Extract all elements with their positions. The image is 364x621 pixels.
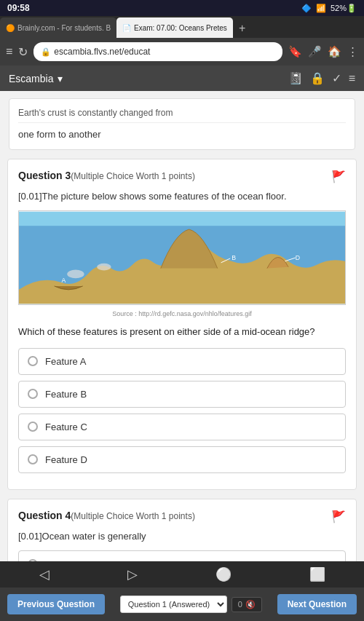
- status-icons: 🔷 📶 52%🔋: [301, 4, 357, 13]
- menu-icon[interactable]: ≡: [6, 45, 12, 58]
- radio-d[interactable]: [28, 454, 38, 464]
- browser-nav: ≡ ↻ 🔒 escambia.flvs.net/educat 🔖 🎤 🏠 ⋮: [0, 38, 364, 66]
- forward-icon[interactable]: ▷: [127, 566, 138, 582]
- svg-point-7: [67, 270, 84, 279]
- status-bar: 09:58 🔷 📶 52%🔋: [0, 0, 364, 16]
- option-b-label: Feature B: [45, 389, 87, 400]
- answer-icon: 🔇: [245, 600, 256, 609]
- radio-b[interactable]: [28, 389, 38, 399]
- tab-brainly-favicon: 🟠: [6, 24, 15, 32]
- more-icon[interactable]: ⋮: [347, 45, 358, 58]
- lock-icon: 🔒: [41, 47, 51, 57]
- back-icon[interactable]: ◁: [39, 566, 50, 582]
- check-icon[interactable]: ✓: [332, 71, 341, 85]
- add-tab-icon: +: [239, 22, 245, 35]
- question-3-card: Question 3(Multiple Choice Worth 1 point…: [7, 159, 357, 490]
- option-d[interactable]: Feature D: [18, 446, 346, 473]
- refresh-icon[interactable]: ↻: [18, 45, 28, 59]
- flag-icon-q3[interactable]: 🚩: [331, 170, 346, 183]
- option-c[interactable]: Feature C: [18, 414, 346, 440]
- bluetooth-icon: 🔷: [301, 4, 312, 13]
- option-a[interactable]: Feature A: [18, 348, 346, 375]
- svg-point-8: [97, 264, 111, 271]
- image-source: Source : http://rd.gefc.nasa.gov/nhlo/fe…: [18, 310, 346, 317]
- browser-tabs: 🟠 Brainly.com - For students. B ✕ 📄 Exam…: [0, 16, 364, 38]
- browser-bottom-bar: ◁ ▷ ⚪ ⬜: [0, 561, 364, 588]
- question-3-prompt: Which of these features is present on ei…: [18, 325, 346, 339]
- flag-icon-q4[interactable]: 🚩: [331, 510, 346, 523]
- radio-c[interactable]: [28, 422, 38, 432]
- tab-brainly[interactable]: 🟠 Brainly.com - For students. B ✕: [0, 17, 116, 38]
- question-3-body: [0.01]The picture below shows some featu…: [18, 189, 346, 204]
- browser-chrome: 🟠 Brainly.com - For students. B ✕ 📄 Exam…: [0, 16, 364, 66]
- radio-a[interactable]: [28, 356, 38, 366]
- ocean-floor-image: A D B: [18, 210, 346, 305]
- nav-actions: 🔖 🎤 🏠 ⋮: [288, 45, 358, 58]
- menu-icon[interactable]: ≡: [349, 72, 355, 85]
- status-time: 09:58: [7, 3, 30, 13]
- site-header: Escambia ▾ 📓 🔒 ✓ ≡: [0, 66, 364, 91]
- question-4-body: [0.01]Ocean water is generally: [18, 529, 346, 544]
- answer-indicator: 0 🔇: [232, 597, 262, 612]
- url-text: escambia.flvs.net/educat: [54, 47, 150, 57]
- site-title: Escambia: [9, 73, 53, 84]
- home-bottom-icon[interactable]: ⚪: [215, 566, 232, 582]
- content-area: Earth's crust is constantly changed from…: [0, 98, 364, 621]
- option-a-label: Feature A: [45, 356, 86, 367]
- question-4-header: Question 4(Multiple Choice Worth 1 point…: [18, 510, 346, 523]
- tabs-icon[interactable]: ⬜: [309, 566, 325, 582]
- question-4-title: Question 4(Multiple Choice Worth 1 point…: [18, 510, 195, 521]
- bottom-nav: Previous Question Question 1 (Answered) …: [0, 588, 364, 621]
- prev-answer-box: Earth's crust is constantly changed from…: [9, 98, 355, 150]
- option-d-label: Feature D: [45, 454, 87, 465]
- question-3-header: Question 3(Multiple Choice Worth 1 point…: [18, 170, 346, 183]
- option-c-label: Feature C: [45, 422, 87, 432]
- question-dropdown[interactable]: Question 1 (Answered): [120, 596, 227, 613]
- wifi-icon: 📶: [316, 4, 326, 13]
- add-tab-button[interactable]: +: [233, 19, 251, 38]
- prev-question-button[interactable]: Previous Question: [7, 594, 105, 614]
- question-3-title: Question 3(Multiple Choice Worth 1 point…: [18, 170, 195, 181]
- tab-exam[interactable]: 📄 Exam: 07.00: Oceans Pretes ✕: [116, 17, 233, 38]
- mic-icon[interactable]: 🎤: [308, 45, 322, 58]
- question-selector[interactable]: Question 1 (Answered) 0 🔇: [120, 596, 262, 613]
- tab-brainly-label: Brainly.com - For students. B: [17, 24, 111, 32]
- site-title-area[interactable]: Escambia ▾: [9, 73, 63, 84]
- next-question-button[interactable]: Next Question: [277, 594, 357, 614]
- answer-count: 0: [238, 600, 242, 609]
- site-header-icons: 📓 🔒 ✓ ≡: [288, 71, 355, 85]
- svg-text:D: D: [296, 254, 300, 261]
- home-icon[interactable]: 🏠: [328, 45, 341, 58]
- battery-icon: 52%🔋: [331, 4, 357, 13]
- svg-text:A: A: [61, 277, 66, 284]
- tab-exam-favicon: 📄: [122, 24, 131, 32]
- svg-text:B: B: [232, 254, 236, 261]
- bookmark-icon[interactable]: 🔖: [288, 45, 302, 58]
- notebook-icon[interactable]: 📓: [288, 71, 303, 85]
- lock-icon[interactable]: 🔒: [310, 71, 325, 85]
- dropdown-icon: ▾: [58, 73, 63, 84]
- prev-answer-top-text: Earth's crust is constantly changed from: [18, 106, 346, 123]
- address-bar[interactable]: 🔒 escambia.flvs.net/educat: [33, 42, 282, 61]
- option-b[interactable]: Feature B: [18, 381, 346, 408]
- tab-exam-label: Exam: 07.00: Oceans Pretes: [134, 24, 227, 32]
- prev-answer-bottom-text: one form to another: [18, 127, 346, 142]
